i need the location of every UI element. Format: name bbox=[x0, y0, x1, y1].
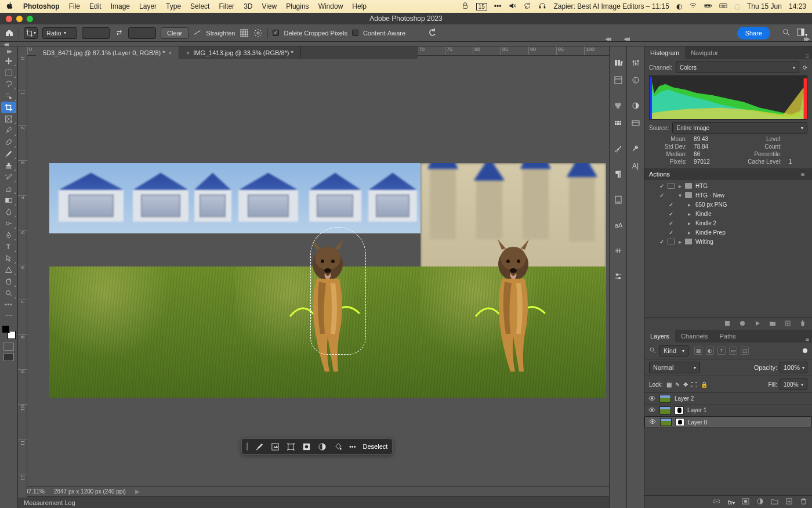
ctxbar-brush-icon[interactable] bbox=[255, 442, 264, 451]
search-icon[interactable] bbox=[782, 28, 791, 38]
action-row[interactable]: ✓▸Kindle 2 bbox=[644, 218, 812, 228]
healing-tool[interactable] bbox=[1, 136, 16, 148]
zoom-tool[interactable] bbox=[1, 287, 16, 299]
minimize-window[interactable] bbox=[16, 16, 23, 22]
menu-3d[interactable]: 3D bbox=[244, 2, 252, 10]
actions-new-set-icon[interactable] bbox=[769, 320, 776, 328]
half-circle-icon[interactable] bbox=[630, 100, 641, 111]
actions-stop-icon[interactable] bbox=[724, 320, 731, 328]
blur-tool[interactable] bbox=[1, 206, 16, 218]
styles-icon[interactable]: i bbox=[630, 74, 641, 86]
calendar-icon[interactable]: 15 bbox=[476, 3, 487, 10]
filter-shape-icon[interactable]: ▭ bbox=[729, 347, 737, 355]
brushes-icon[interactable] bbox=[612, 143, 624, 154]
tab-navigator[interactable]: Navigator bbox=[685, 46, 724, 59]
lock-paint-icon[interactable]: ✎ bbox=[675, 381, 680, 388]
layers-menu-icon[interactable]: ≡ bbox=[803, 336, 812, 343]
action-row[interactable]: ✓▸Writing bbox=[644, 237, 812, 246]
sync-icon[interactable] bbox=[523, 2, 531, 12]
ctxbar-generative-fill-icon[interactable] bbox=[271, 442, 280, 451]
eraser-tool[interactable] bbox=[1, 183, 16, 194]
layer-trash-icon[interactable] bbox=[800, 498, 807, 506]
stamp-tool[interactable] bbox=[1, 160, 16, 171]
layer-group-icon[interactable] bbox=[771, 498, 778, 506]
quick-select-tool[interactable] bbox=[1, 90, 16, 102]
measurement-log-panel[interactable]: Measurement Log bbox=[18, 496, 609, 508]
document-canvas[interactable] bbox=[49, 163, 606, 398]
menu-filter[interactable]: Filter bbox=[219, 2, 234, 10]
layer-filter-toggle[interactable] bbox=[803, 348, 807, 353]
dodge-tool[interactable] bbox=[1, 218, 16, 229]
gradient-tool[interactable] bbox=[1, 194, 16, 206]
doc-tab-1[interactable]: 5D3_8471.jpg @ 87.1% (Layer 0, RGB/8) *× bbox=[36, 46, 179, 59]
visibility-icon[interactable] bbox=[648, 406, 656, 415]
layer-mask-icon[interactable] bbox=[742, 498, 749, 506]
layer-fx-icon[interactable]: fx▾ bbox=[727, 499, 735, 506]
ratio-w-input[interactable] bbox=[82, 27, 110, 39]
filter-adjust-icon[interactable]: ◐ bbox=[706, 347, 714, 355]
action-row[interactable]: ✓▾HTG - New bbox=[644, 190, 812, 200]
glyphs-icon[interactable]: aA bbox=[612, 219, 624, 231]
actions-trash-icon[interactable] bbox=[799, 320, 806, 328]
home-icon[interactable] bbox=[5, 28, 14, 38]
swatches-icon[interactable] bbox=[612, 100, 624, 111]
ctxbar-transform-icon[interactable] bbox=[287, 442, 295, 451]
crop-tool-preset[interactable]: ▾ bbox=[24, 27, 38, 39]
status-zoom[interactable]: 87.11% bbox=[25, 488, 45, 495]
menu-layer[interactable]: Layer bbox=[139, 2, 157, 10]
ratio-select[interactable]: Ratio▾ bbox=[42, 27, 77, 39]
menu-extra-text[interactable]: Zapier: Best AI Image Editors – 11:15 bbox=[553, 2, 669, 10]
doc-tab-2[interactable]: ×IMG_1413.jpg @ 33.3% (RGB/8*) * bbox=[179, 46, 300, 59]
adjustments-panel-icon[interactable] bbox=[630, 57, 641, 69]
actions-record-icon[interactable] bbox=[739, 320, 746, 328]
blend-mode-select[interactable]: Normal▾ bbox=[649, 362, 700, 373]
close-window[interactable] bbox=[6, 16, 12, 22]
visibility-icon[interactable] bbox=[648, 395, 656, 403]
pen-tool[interactable] bbox=[1, 229, 16, 241]
menu-edit[interactable]: Edit bbox=[89, 2, 102, 10]
close-tab-icon[interactable]: × bbox=[169, 50, 172, 56]
brush-tool[interactable] bbox=[1, 148, 16, 160]
menu-file[interactable]: File bbox=[69, 2, 80, 10]
move-tool[interactable] bbox=[1, 55, 16, 67]
keyboard-icon[interactable] bbox=[719, 2, 727, 12]
menu-plugins[interactable]: Plugins bbox=[286, 2, 309, 10]
overlay-grid-icon[interactable] bbox=[240, 28, 249, 38]
layer-row[interactable]: Layer 2 bbox=[644, 393, 812, 405]
info-icon[interactable] bbox=[612, 194, 624, 206]
type-tool[interactable]: T bbox=[1, 241, 16, 253]
layer-adjust-icon[interactable] bbox=[756, 498, 764, 506]
marquee-tool[interactable] bbox=[1, 67, 16, 78]
tab-paths[interactable]: Paths bbox=[714, 330, 742, 343]
character-icon[interactable]: A| bbox=[630, 160, 641, 172]
action-row[interactable]: ✓▸HTG bbox=[644, 181, 812, 190]
source-select[interactable]: Entire Image▾ bbox=[672, 122, 807, 134]
content-aware-checkbox[interactable]: Content-Aware bbox=[352, 30, 405, 37]
tab-channels[interactable]: Channels bbox=[675, 330, 713, 343]
menu-window[interactable]: Window bbox=[318, 2, 343, 10]
lock-nest-icon[interactable]: ⛶ bbox=[691, 381, 697, 388]
action-row[interactable]: ✓▸650 px PNG bbox=[644, 200, 812, 209]
straighten-icon[interactable] bbox=[193, 28, 201, 38]
menu-time[interactable]: 14:23 bbox=[789, 2, 806, 10]
swap-icon[interactable]: ⇄ bbox=[114, 28, 124, 38]
layer-row[interactable]: Layer 1 bbox=[644, 405, 812, 416]
channel-select[interactable]: Colors▾ bbox=[676, 62, 799, 73]
status-dimensions[interactable]: 2847 px x 1200 px (240 ppi) bbox=[54, 488, 126, 495]
deselect-button[interactable]: Deselect bbox=[363, 443, 388, 450]
shape-tool[interactable] bbox=[1, 264, 16, 276]
menu-date[interactable]: Thu 15 Jun bbox=[747, 2, 782, 10]
quick-mask-toggle[interactable] bbox=[3, 343, 14, 351]
menu-select[interactable]: Select bbox=[190, 2, 209, 10]
opacity-input[interactable]: 100%▾ bbox=[780, 362, 807, 373]
path-select-tool[interactable] bbox=[1, 253, 16, 264]
paragraph-icon[interactable] bbox=[612, 168, 624, 180]
card-icon[interactable] bbox=[630, 117, 641, 129]
delete-cropped-checkbox[interactable]: Delete Cropped Pixels bbox=[273, 30, 347, 37]
hand-tool[interactable] bbox=[1, 276, 16, 287]
layer-filter-icon[interactable] bbox=[649, 347, 656, 355]
layer-kind-select[interactable]: Kind▾ bbox=[659, 345, 688, 356]
actions-menu-icon[interactable]: ≡ bbox=[798, 171, 807, 178]
app-name[interactable]: Photoshop bbox=[23, 2, 60, 10]
properties-icon[interactable] bbox=[612, 74, 624, 86]
